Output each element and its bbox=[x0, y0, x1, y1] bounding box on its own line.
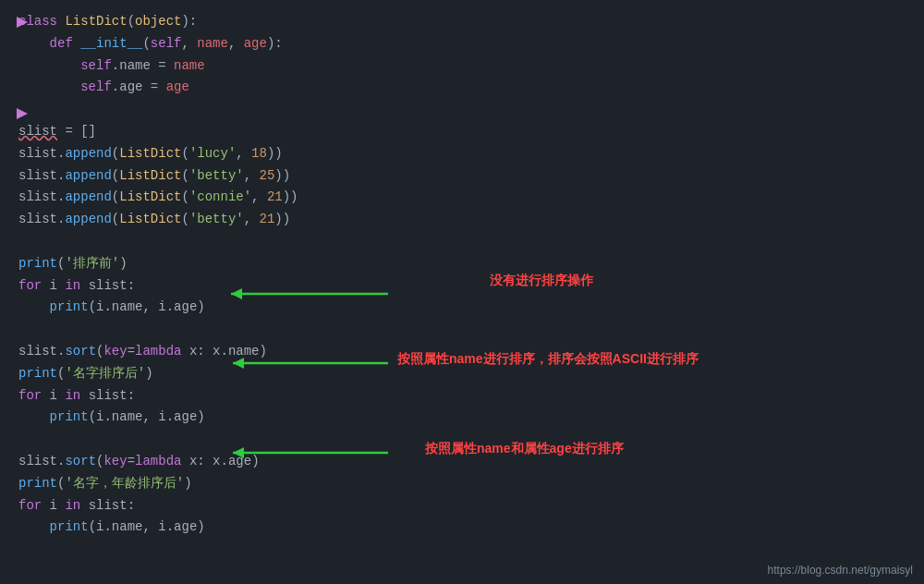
code-line: for i in slist: bbox=[18, 495, 906, 517]
code-line: class ListDict(object): bbox=[18, 11, 906, 33]
code-line bbox=[18, 99, 906, 121]
code-line bbox=[18, 429, 906, 451]
code-line: print('名字排序后') bbox=[18, 363, 906, 385]
code-line: print(i.name, i.age) bbox=[18, 517, 906, 539]
code-line: print(i.name, i.age) bbox=[18, 407, 906, 429]
code-line bbox=[18, 319, 906, 341]
code-line: print('名字，年龄排序后') bbox=[18, 473, 906, 495]
code-line: def __init__(self, name, age): bbox=[18, 33, 906, 55]
code-line: slist.append(ListDict('connie', 21)) bbox=[18, 187, 906, 209]
code-line: for i in slist: bbox=[18, 275, 906, 298]
code-line: print(i.name, i.age) bbox=[18, 297, 906, 319]
code-line: self.age = age bbox=[18, 77, 906, 99]
code-line: slist.append(ListDict('betty', 21)) bbox=[18, 209, 906, 231]
code-line: print('排序前') bbox=[18, 253, 906, 275]
code-line: slist.append(ListDict('lucy', 18)) bbox=[18, 143, 906, 165]
code-line bbox=[18, 231, 906, 253]
code-line: slist = [] bbox=[18, 121, 906, 143]
code-line: slist.append(ListDict('betty', 25)) bbox=[18, 165, 906, 188]
code-line: slist.sort(key=lambda x: x.age) bbox=[18, 451, 906, 473]
footer-url: https://blog.csdn.net/gymaisyl bbox=[768, 564, 913, 577]
code-block: class ListDict(object): def __init__(sel… bbox=[0, 0, 924, 550]
code-line: self.name = name bbox=[18, 55, 906, 78]
code-line: slist.sort(key=lambda x: x.name) bbox=[18, 341, 906, 363]
code-line: for i in slist: bbox=[18, 385, 906, 408]
